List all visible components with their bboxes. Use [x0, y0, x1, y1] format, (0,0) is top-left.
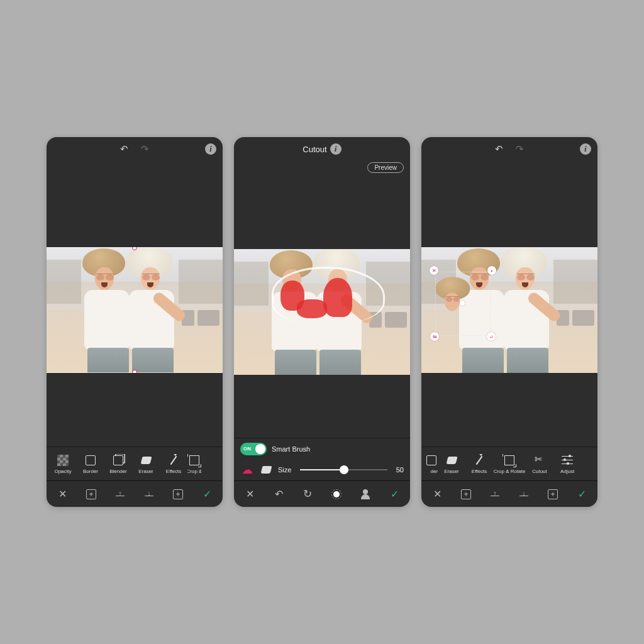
photo-layer[interactable] [47, 247, 223, 373]
tool-label: Crop & Rotate [494, 469, 526, 474]
bottom-bar: ✕ + ↑ ↓ + ✓ [421, 480, 597, 507]
redo-icon[interactable]: ↷ [516, 143, 524, 155]
tool-border[interactable]: Border [77, 454, 104, 474]
bottom-bar: ✕ + ↑ ↓ + ✓ [47, 480, 223, 507]
apply-icon[interactable]: ✓ [574, 486, 590, 502]
tool-label: Eraser [444, 469, 459, 474]
tool-crop-rotate[interactable]: Crop & [187, 454, 201, 474]
tool-label: Blender [109, 469, 127, 474]
import-down-icon[interactable]: ↓ [516, 486, 532, 502]
tool-strip: der Eraser Effects Crop & Rotate Cutout … [421, 447, 597, 480]
crop-handle-top[interactable] [132, 247, 137, 250]
editor-screen-paste: ↶ ↷ i ✕ • ⇋ [421, 137, 597, 507]
reset-icon[interactable]: ↻ [299, 486, 316, 502]
tool-label: Crop & [187, 469, 201, 474]
preview-button[interactable]: Preview [367, 162, 404, 173]
export-up-icon[interactable]: ↑ [112, 486, 128, 502]
smart-brush-row: ON Smart Brush [234, 438, 410, 459]
apply-icon[interactable]: ✓ [386, 486, 402, 502]
tool-opacity[interactable]: Opacity [49, 454, 77, 474]
cutout-mask [297, 299, 327, 318]
canvas[interactable] [47, 161, 223, 447]
top-bar: Cutout i [234, 137, 410, 161]
tool-effects[interactable]: Effects [160, 454, 187, 474]
tool-blender[interactable]: Blender [104, 454, 132, 474]
tool-label: Eraser [138, 469, 153, 474]
size-label: Size [278, 466, 291, 474]
brush-size-slider[interactable] [300, 469, 387, 470]
close-icon[interactable]: ✕ [54, 486, 70, 502]
tool-label: Adjust [560, 469, 574, 474]
add-layer-icon[interactable]: + [458, 486, 474, 502]
cutout-mask [323, 278, 352, 317]
size-value: 50 [396, 466, 404, 474]
screen-title: Cutout [303, 145, 326, 154]
tool-label: Effects [166, 469, 181, 474]
tool-eraser[interactable]: Eraser [132, 454, 160, 474]
top-bar: ↶ ↷ i [47, 137, 223, 161]
bottom-bar: ✕ ↶ ↻ ✓ [234, 480, 410, 507]
tool-adjust[interactable]: Adjust [553, 454, 581, 474]
undo-icon[interactable]: ↶ [120, 143, 128, 155]
info-icon[interactable]: i [330, 143, 341, 155]
canvas[interactable] [234, 161, 410, 438]
tool-label: Cutout [532, 469, 547, 474]
editor-screen-crop: ↶ ↷ i [47, 137, 223, 507]
selection-dot-icon[interactable] [328, 486, 345, 502]
export-up-icon[interactable]: ↑ [487, 486, 503, 502]
info-icon[interactable]: i [205, 143, 216, 155]
tool-strip: Opacity Border Blender Eraser Effects Cr… [47, 447, 223, 480]
top-bar: ↶ ↷ i [421, 137, 597, 161]
undo-icon[interactable]: ↶ [495, 143, 503, 155]
rotate-handle-icon[interactable]: ⤾ [487, 332, 496, 341]
tool-eraser[interactable]: Eraser [438, 454, 465, 474]
redo-icon[interactable]: ↷ [141, 143, 149, 155]
undo-icon[interactable]: ↶ [270, 486, 287, 502]
crop-handle-bottom[interactable] [132, 370, 137, 373]
import-down-icon[interactable]: ↓ [141, 486, 157, 502]
tool-effects[interactable]: Effects [465, 454, 493, 474]
tool-label: Opacity [54, 469, 71, 474]
close-icon[interactable]: ✕ [429, 486, 445, 502]
resize-handle-icon[interactable]: • [487, 266, 496, 275]
flip-handle-icon[interactable]: ⇋ [430, 332, 439, 341]
tool-label: Effects [472, 469, 487, 474]
tool-label: Border [83, 469, 98, 474]
tool-cutout[interactable]: Cutout [526, 454, 553, 474]
photo-layer[interactable] [234, 249, 410, 375]
apply-icon[interactable]: ✓ [199, 486, 215, 502]
slider-knob[interactable] [340, 465, 348, 474]
tool-label: der [430, 469, 438, 474]
close-icon[interactable]: ✕ [242, 486, 258, 502]
pasted-layer[interactable]: ✕ • ⇋ ⤾ [433, 269, 493, 338]
center-handle-icon[interactable] [460, 301, 465, 306]
photo-layer[interactable]: ✕ • ⇋ ⤾ [421, 247, 597, 373]
brush-size-row: ☁ Size 50 [234, 459, 410, 480]
add-square-icon[interactable]: + [170, 486, 186, 502]
canvas[interactable]: ✕ • ⇋ ⤾ [421, 161, 597, 447]
info-icon[interactable]: i [580, 143, 591, 155]
smart-brush-label: Smart Brush [272, 445, 310, 453]
add-layer-icon[interactable]: + [83, 486, 99, 502]
delete-handle-icon[interactable]: ✕ [430, 266, 438, 275]
tool-crop-rotate[interactable]: Crop & Rotate [493, 454, 526, 474]
person-mask-icon[interactable] [357, 486, 374, 502]
brush-erase-icon[interactable] [259, 463, 273, 477]
brush-paint-icon[interactable]: ☁ [240, 463, 254, 477]
editor-screen-cutout: Cutout i Preview ON Smart Brush [234, 137, 410, 507]
add-square-icon[interactable]: + [545, 486, 561, 502]
tool-border[interactable]: der [424, 454, 438, 474]
crop-frame[interactable] [47, 247, 223, 373]
smart-brush-toggle[interactable]: ON [240, 443, 267, 455]
